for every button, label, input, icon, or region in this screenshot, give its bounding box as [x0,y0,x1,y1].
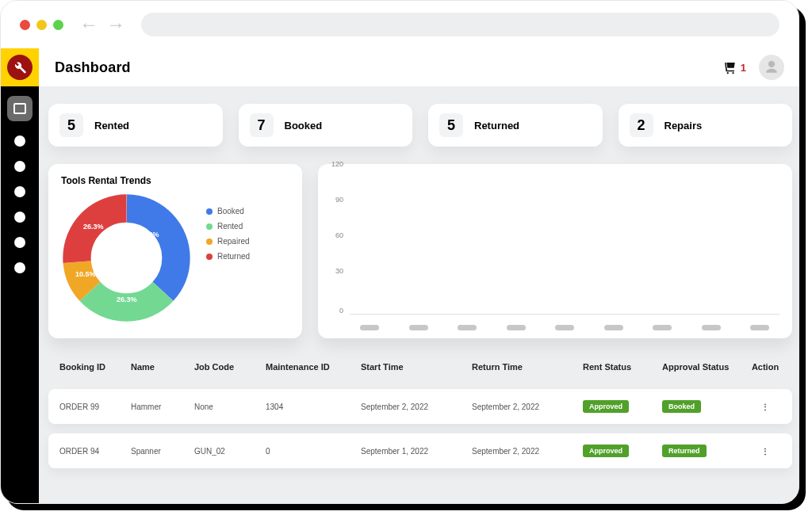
cell-maint: 1304 [266,403,361,411]
legend-dot-returned [206,254,213,260]
donut-legend: Booked Rented Repaired Returned [206,193,250,323]
table-header: Booking ID Name Job Code Maintenance ID … [48,354,792,380]
col-job: Job Code [194,362,266,372]
x-label [594,325,634,330]
stat-row: 5 Rented 7 Booked 5 Returned 2 Repairs [48,104,792,147]
legend-dot-rented [206,223,213,230]
legend-label: Rented [217,222,243,231]
minimize-window-icon[interactable] [36,20,47,30]
y-axis: 0 30 60 90 120 [318,172,347,315]
sidebar-item-dashboard[interactable] [7,96,33,121]
y-tick: 60 [318,231,343,239]
avatar[interactable] [759,55,784,80]
page-title: Dashboard [55,59,131,76]
legend-label: Booked [217,207,244,216]
donut-title: Tools Rental Trends [61,175,289,186]
window-controls [20,20,63,30]
cell-return: September 2, 2022 [472,447,583,456]
cart-button[interactable]: 1 [722,60,746,74]
wrench-icon [13,60,27,74]
donut-label-booked: 36.8% [139,231,159,239]
x-label [399,325,439,330]
col-maint: Maintenance ID [266,362,361,372]
col-booking: Booking ID [59,362,131,372]
x-label [740,325,779,330]
topbar: Dashboard 1 [39,48,799,86]
x-label [642,325,682,330]
x-axis [350,325,779,330]
approval-status-pill: Returned [662,445,707,457]
forward-button[interactable]: → [105,13,127,36]
bar-chart [350,172,779,315]
stat-card-rented[interactable]: 5 Rented [48,104,223,147]
legend-dot-repaired [206,239,213,245]
url-bar[interactable] [141,13,779,36]
sidebar-item-7[interactable] [14,262,25,273]
donut-label-rented: 26.3% [117,296,137,303]
legend-label: Repaired [217,237,250,246]
monitor-icon [13,103,26,114]
app-logo[interactable] [1,48,39,86]
cell-booking: ORDER 99 [59,403,131,411]
bar-chart-card: 0 30 60 90 120 [318,164,792,338]
legend-label: Returned [217,252,250,261]
y-tick: 90 [318,196,343,204]
browser-window: ← → Dashboard [0,0,799,504]
y-tick: 120 [318,160,343,168]
stat-label: Returned [474,120,519,132]
row-actions-button[interactable]: ⋮ [749,447,781,456]
stat-label: Repairs [665,120,703,132]
close-window-icon[interactable] [20,20,30,30]
sidebar-item-3[interactable] [14,161,25,172]
cell-start: September 2, 2022 [361,403,472,411]
y-tick: 30 [318,267,343,275]
orders-table: Booking ID Name Job Code Maintenance ID … [48,354,792,468]
x-label [545,325,584,330]
sidebar-item-2[interactable] [14,135,25,147]
cart-count: 1 [741,62,746,74]
browser-chrome: ← → [1,1,799,48]
cell-name: Hammer [131,403,194,411]
x-label [447,325,487,330]
cell-job: GUN_02 [194,447,266,456]
cell-start: September 1, 2022 [361,447,472,456]
sidebar [1,48,39,503]
sidebar-item-6[interactable] [14,237,25,248]
maximize-window-icon[interactable] [53,20,63,30]
col-return: Return Time [472,362,583,372]
x-label [350,325,389,330]
rent-status-pill: Approved [583,445,629,457]
table-row: ORDER 94 Spanner GUN_02 0 September 1, 2… [48,433,792,468]
table-row: ORDER 99 Hammer None 1304 September 2, 2… [48,389,792,424]
cart-icon [722,60,737,74]
cell-maint: 0 [266,447,361,456]
stat-card-repairs[interactable]: 2 Repairs [619,104,793,147]
stat-label: Rented [94,120,129,132]
cell-booking: ORDER 94 [59,447,131,456]
x-label [691,325,731,330]
donut-label-returned: 26.3% [83,223,104,231]
stat-value: 7 [250,113,274,137]
cell-approval: Booked [662,400,749,413]
cell-job: None [194,403,266,411]
row-actions-button[interactable]: ⋮ [749,403,781,411]
stat-card-booked[interactable]: 7 Booked [239,104,413,147]
sidebar-item-5[interactable] [14,212,25,223]
user-icon [764,59,779,75]
cell-rent: Approved [583,400,662,413]
y-tick: 0 [318,307,343,315]
stat-value: 2 [630,113,653,137]
stat-card-returned[interactable]: 5 Returned [428,104,603,147]
donut-card: Tools Rental Trends 36.8% [48,164,302,338]
col-start: Start Time [361,362,472,372]
cell-name: Spanner [131,447,194,456]
cell-rent: Approved [583,445,662,457]
rent-status-pill: Approved [583,400,629,413]
legend-dot-booked [206,208,213,215]
sidebar-item-4[interactable] [14,186,25,197]
back-button[interactable]: ← [78,13,100,36]
cell-approval: Returned [662,445,749,457]
col-name: Name [131,362,194,372]
stat-label: Booked [285,120,323,132]
donut-label-repaired: 10.5% [75,270,96,278]
